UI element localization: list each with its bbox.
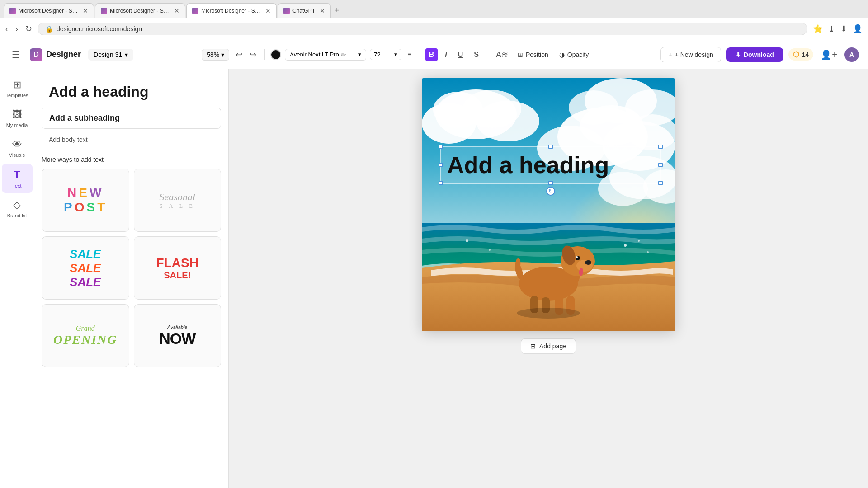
svg-point-24 [576,256,580,260]
toolbar-divider-3 [488,49,488,60]
tab-close-2[interactable]: ✕ [265,7,271,14]
text-effects-button[interactable]: A≋ [494,47,510,62]
new-design-button[interactable]: + + New design [660,47,721,62]
position-icon: ⊞ [518,51,523,58]
zoom-control[interactable]: 58% ▾ [202,49,229,61]
text-style-card-sale[interactable]: SALE SALE SALE [42,236,129,300]
rotate-handle[interactable]: ↻ [546,187,555,196]
sale-style: SALE SALE SALE [70,247,101,289]
canvas-text-element[interactable]: ↻ Add a heading [440,146,661,184]
position-button[interactable]: ⊞ Position [514,49,552,61]
seasonal-title-text: Seasonal [160,191,195,203]
text-style-card-grand-opening[interactable]: Grand OPENING [42,304,129,367]
handle-middle-left[interactable] [439,163,443,167]
text-icon: T [14,169,20,181]
new-post-p: P [64,200,74,215]
tab-close-0[interactable]: ✕ [83,7,88,14]
address-bar[interactable]: 🔒 designer.microsoft.com/design [38,23,807,35]
text-style-card-flash[interactable]: FLASH SALE! [134,236,222,300]
sidebar-item-my-media[interactable]: 🖼 My media [2,104,33,132]
handle-bottom-middle[interactable] [548,181,553,185]
handle-bottom-right[interactable] [658,181,663,185]
available-now-style: Available NOW [159,324,195,347]
sidebar-item-label-templates: Templates [5,93,28,98]
sidebar-item-text[interactable]: T Text [2,164,33,193]
text-style-card-seasonal[interactable]: Seasonal S A L E [134,169,222,232]
new-tab-button[interactable]: + [332,6,342,15]
text-align-button[interactable]: ≡ [405,48,414,61]
forward-button[interactable]: › [14,23,20,36]
undo-button[interactable]: ↩ [233,47,245,62]
handle-bottom-left[interactable] [439,181,443,185]
canvas-wrapper[interactable]: ↻ Add a heading [422,78,675,331]
sidebar-item-templates[interactable]: ⊞ Templates [2,75,33,103]
browser-tab-1[interactable]: Microsoft Designer - Stunning ✕ [95,3,185,18]
design-name-area[interactable]: Design 31 ▾ [88,49,133,61]
toolbar-divider-1 [264,49,265,60]
heading-preset[interactable]: Add a heading [42,78,221,106]
share-button[interactable]: 👤+ [819,47,839,62]
flash-line-2: SALE! [156,270,198,281]
font-size-selector[interactable]: 72 ▾ [370,49,401,60]
hamburger-menu-button[interactable]: ☰ [9,47,23,63]
grand-line-2: OPENING [53,333,118,347]
browser-tab-3[interactable]: ChatGPT ✕ [278,3,331,18]
tab-close-3[interactable]: ✕ [320,7,325,14]
browser-tab-2[interactable]: Microsoft Designer - Stunning ✕ [186,3,277,18]
handle-top-middle[interactable] [548,145,553,149]
bold-button[interactable]: B [425,48,438,61]
sale-line-1: SALE [70,247,101,261]
app-toolbar: ☰ D Designer Design 31 ▾ 58% ▾ ↩ ↪ [0,40,868,69]
sidebar-item-label-brand-kit: Brand kit [7,213,27,218]
canvas-area[interactable]: ↻ Add a heading ⊞ Add page [229,69,868,488]
browser-tab-0[interactable]: Microsoft Designer - Stunning ✕ [4,3,94,18]
handle-top-left[interactable] [439,145,443,149]
add-page-label: Add page [539,343,566,350]
tab-label-3: ChatGPT [292,8,315,14]
handle-middle-right[interactable] [658,163,663,167]
user-avatar[interactable]: A [844,47,859,62]
underline-label: U [458,51,463,58]
subheading-preset[interactable]: Add a subheading [42,108,221,129]
svg-point-32 [624,244,627,247]
browser-favorites-button[interactable]: ⤓ [826,22,837,36]
handle-top-right[interactable] [658,145,663,149]
font-selector[interactable]: Avenir Next LT Pro ✏ ▾ [285,49,366,61]
more-ways-label: More ways to add text [42,156,221,163]
text-style-card-new-post[interactable]: N E W P O S T [42,169,129,232]
sidebar-item-visuals[interactable]: 👁 Visuals [2,134,33,162]
strikethrough-button[interactable]: S [470,48,482,61]
app-logo: D Designer [30,48,81,61]
text-color-swatch[interactable] [270,49,281,60]
beach-scene-svg [422,78,675,331]
redo-button[interactable]: ↪ [247,47,259,62]
browser-download-button[interactable]: ⬇ [839,22,849,36]
body-text-preset[interactable]: Add body text [42,131,221,149]
download-button[interactable]: ⬇ Download [726,47,783,62]
undo-redo-controls: ↩ ↪ [233,47,259,62]
browser-account-button[interactable]: 👤 [851,22,864,36]
address-bar-row: ‹ › ↻ 🔒 designer.microsoft.com/design ⭐ … [0,18,868,40]
sidebar-item-brand-kit[interactable]: ◇ Brand kit [2,195,33,223]
seasonal-sub-text: S A L E [160,203,195,210]
browser-extensions-button[interactable]: ⭐ [811,22,825,36]
tab-favicon-1 [101,8,107,14]
text-style-card-available-now[interactable]: Available NOW [134,304,222,367]
new-post-o: O [75,200,86,215]
italic-button[interactable]: I [441,48,450,61]
underline-button[interactable]: U [454,48,467,61]
opacity-button[interactable]: ◑ Opacity [556,49,592,61]
toolbar-divider-2 [420,49,420,60]
text-panel: Add a heading Add a subheading Add body … [34,69,229,488]
reload-button[interactable]: ↻ [24,22,34,36]
font-name-text: Avenir Next LT Pro [290,51,339,58]
canvas-heading-text[interactable]: Add a heading [447,152,609,178]
url-text: designer.microsoft.com/design [57,25,142,33]
new-design-label: + New design [675,51,713,58]
available-line-2: NOW [159,330,195,347]
font-edit-icon: ✏ [341,51,346,58]
add-page-button[interactable]: ⊞ Add page [521,338,576,354]
tab-label-2: Microsoft Designer - Stunning [201,8,261,14]
tab-close-1[interactable]: ✕ [174,7,179,14]
back-button[interactable]: ‹ [4,23,10,36]
